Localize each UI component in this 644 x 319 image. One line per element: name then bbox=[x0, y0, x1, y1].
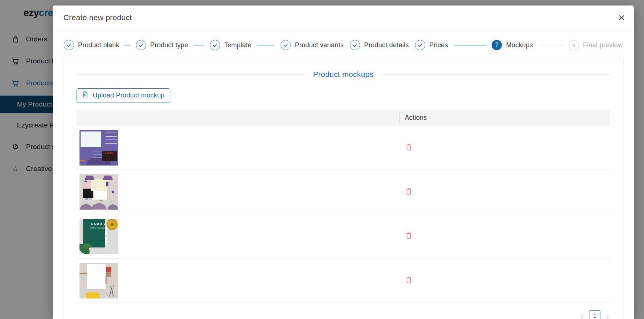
actions-cell bbox=[399, 275, 414, 286]
upload-button-label: Upload Product mockup bbox=[93, 92, 164, 99]
art-lamp-shade bbox=[85, 175, 95, 180]
trash-icon bbox=[404, 187, 413, 196]
step-connector bbox=[539, 45, 563, 45]
table-header: Actions bbox=[77, 110, 610, 126]
create-product-modal: Create new product × Product blank Produ… bbox=[53, 5, 634, 319]
step-product-details[interactable]: Product details bbox=[350, 40, 409, 50]
check-icon bbox=[210, 40, 220, 50]
actions-cell bbox=[399, 231, 414, 242]
mockup-thumbnail-purple-promo: LOVE bbox=[79, 130, 118, 166]
wizard-stepper: Product blank Product type Template Prod… bbox=[53, 30, 634, 58]
step-template[interactable]: Template bbox=[210, 40, 252, 50]
actions-column-header: Actions bbox=[400, 114, 427, 122]
step-connector bbox=[194, 45, 204, 45]
step-label: Template bbox=[224, 41, 252, 49]
art-lamp-shade bbox=[103, 175, 113, 180]
check-icon bbox=[350, 40, 360, 50]
table-row: LOVE bbox=[77, 126, 610, 170]
trash-icon bbox=[404, 231, 413, 240]
modal-title: Create new product bbox=[63, 13, 132, 22]
actions-cell bbox=[399, 142, 414, 153]
step-label: Product type bbox=[150, 41, 188, 49]
step-mockups-active[interactable]: 7 Mockups bbox=[492, 40, 533, 50]
section-title: Product mockups bbox=[313, 70, 373, 79]
check-icon bbox=[415, 40, 425, 50]
check-icon bbox=[136, 40, 146, 50]
art-twig bbox=[111, 288, 114, 297]
thumbnail-love-text: LOVE bbox=[105, 152, 113, 154]
mockup-thumbnail-family-poster: FAMILY Photo Collages bbox=[79, 219, 118, 254]
delete-mockup-button[interactable] bbox=[404, 142, 414, 152]
mockup-cell: FAMILY Photo Collages bbox=[77, 219, 399, 254]
pagination-page-1[interactable]: 1 bbox=[589, 310, 600, 319]
step-label: Product blank bbox=[78, 41, 119, 49]
step-final-preview[interactable]: 8 Final preview bbox=[569, 40, 623, 50]
pagination: ‹ 1 › bbox=[580, 303, 610, 319]
step-label: Mockups bbox=[506, 41, 533, 49]
step-connector bbox=[125, 45, 130, 45]
thumbnail-family-subtext: Photo Collages bbox=[88, 227, 110, 229]
delete-mockup-button[interactable] bbox=[404, 275, 414, 285]
pagination-next-icon[interactable]: › bbox=[606, 311, 609, 319]
mockup-cell bbox=[77, 174, 399, 210]
table-row bbox=[77, 259, 610, 303]
step-label: Product details bbox=[364, 41, 409, 49]
delete-mockup-button[interactable] bbox=[404, 186, 414, 197]
section-heading: Product mockups bbox=[77, 70, 610, 79]
divider bbox=[381, 74, 610, 75]
mockup-cell bbox=[77, 263, 399, 298]
mockup-thumbnail-baby-collage bbox=[79, 263, 118, 298]
mockups-panel: Product mockups Upload Product mockup Ac… bbox=[63, 58, 623, 319]
modal-header: Create new product × bbox=[53, 5, 634, 30]
delete-mockup-button[interactable] bbox=[404, 231, 414, 241]
step-connector bbox=[454, 45, 486, 45]
step-connector bbox=[258, 45, 274, 45]
step-prices[interactable]: Prices bbox=[415, 40, 448, 50]
step-number: 8 bbox=[569, 40, 579, 50]
check-icon bbox=[64, 40, 74, 50]
art-bud bbox=[113, 285, 114, 287]
trash-icon bbox=[404, 276, 413, 285]
art-yellow-chair bbox=[86, 292, 100, 298]
step-product-type[interactable]: Product type bbox=[136, 40, 188, 50]
mockups-table: Actions LOVE bbox=[77, 110, 610, 303]
trash-icon bbox=[404, 143, 413, 152]
upload-mockup-button[interactable]: Upload Product mockup bbox=[77, 88, 170, 103]
thumbnail-family-text: FAMILY bbox=[88, 222, 110, 226]
pagination-prev-icon[interactable]: ‹ bbox=[581, 311, 584, 319]
art-bud bbox=[110, 286, 111, 288]
actions-cell bbox=[399, 186, 414, 197]
mockup-thumbnail-gallery-wall bbox=[79, 174, 118, 210]
mockup-cell: LOVE bbox=[77, 130, 399, 166]
file-image-icon bbox=[82, 91, 89, 100]
close-icon[interactable]: × bbox=[618, 12, 625, 23]
step-label: Final preview bbox=[583, 41, 623, 49]
step-product-variants[interactable]: Product variants bbox=[281, 40, 344, 50]
table-row: FAMILY Photo Collages bbox=[77, 214, 610, 259]
divider bbox=[77, 74, 306, 75]
step-label: Product variants bbox=[295, 41, 344, 49]
step-product-blank[interactable]: Product blank bbox=[64, 40, 119, 50]
step-label: Prices bbox=[429, 41, 448, 49]
step-number: 7 bbox=[492, 40, 502, 50]
check-icon bbox=[281, 40, 291, 50]
table-row bbox=[77, 170, 610, 214]
